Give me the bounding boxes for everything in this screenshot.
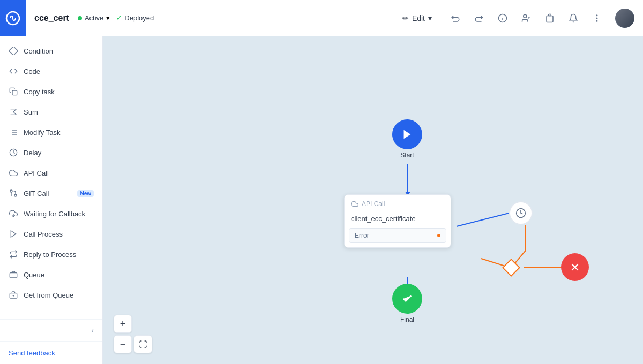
edit-label: Edit (412, 14, 425, 22)
svg-point-4 (524, 14, 527, 18)
send-feedback-link[interactable]: Send feedback (9, 349, 55, 357)
svg-rect-26 (10, 273, 17, 278)
sidebar-item-label: Copy task (24, 88, 94, 96)
add-user-button[interactable] (517, 9, 536, 28)
final-label: Final (400, 316, 414, 323)
canvas[interactable]: Start API Call client_ecc_certificate Er… (103, 36, 643, 364)
delay-icon (9, 148, 18, 157)
sidebar-item-api-call[interactable]: API Call (0, 163, 102, 183)
sidebar-item-reply-process[interactable]: Reply to Process (0, 244, 102, 264)
api-call-type: API Call (362, 200, 385, 208)
info-button[interactable] (493, 9, 512, 28)
main-layout: Condition Code Copy task Sum (0, 36, 643, 364)
logo (0, 0, 26, 36)
svg-point-21 (14, 194, 17, 196)
new-badge: New (77, 190, 94, 197)
sidebar-item-sum[interactable]: Sum (0, 102, 102, 122)
start-node[interactable]: Start (392, 119, 422, 159)
sidebar-item-label: Call Process (24, 230, 94, 238)
code-icon (9, 66, 18, 76)
edit-icon: ✏ (402, 14, 409, 22)
sidebar-item-label: API Call (24, 169, 94, 177)
api-call-title: client_ecc_certificate (345, 211, 451, 226)
sidebar-item-label: Reply to Process (24, 251, 94, 259)
sidebar-item-get-queue[interactable]: Get from Queue (0, 285, 102, 305)
sidebar-item-label: Modify Task (24, 128, 94, 136)
status-badges: Active ▾ ✓ Deployed (78, 14, 154, 22)
sidebar-item-label: Get from Queue (24, 291, 94, 299)
start-label: Start (400, 151, 414, 159)
avatar[interactable] (615, 9, 634, 28)
sidebar-collapse: ‹ (0, 319, 102, 341)
final-node[interactable]: Final (392, 284, 422, 323)
api-call-icon (9, 168, 18, 178)
zoom-controls: + − (114, 315, 152, 353)
more-button[interactable] (587, 9, 607, 28)
error-circle-node[interactable] (561, 253, 589, 281)
redo-button[interactable] (469, 9, 489, 28)
sidebar-item-git-call[interactable]: GIT Call New (0, 183, 102, 203)
get-queue-icon (9, 290, 18, 300)
svg-rect-13 (12, 90, 17, 95)
sidebar-item-modify-task[interactable]: Modify Task (0, 122, 102, 142)
sidebar-item-waiting-callback[interactable]: Waiting for Callback (0, 203, 102, 224)
condition-icon (9, 46, 18, 56)
active-dot (78, 16, 82, 20)
svg-point-22 (10, 190, 12, 192)
edit-button[interactable]: ✏ Edit ▾ (397, 11, 437, 26)
diamond-node[interactable] (502, 259, 520, 277)
sidebar-item-label: Delay (24, 149, 94, 157)
git-call-icon (9, 188, 18, 198)
zoom-in-button[interactable]: + (114, 315, 132, 333)
call-process-icon (9, 229, 18, 239)
sidebar-item-condition[interactable]: Condition (0, 41, 102, 61)
deployed-label: Deployed (124, 14, 154, 22)
sidebar: Condition Code Copy task Sum (0, 36, 103, 364)
sidebar-footer: Send feedback (0, 341, 102, 364)
svg-line-33 (457, 213, 509, 226)
svg-marker-38 (404, 130, 411, 139)
sidebar-item-queue[interactable]: Queue (0, 264, 102, 285)
deployed-badge: ✓ Deployed (116, 14, 154, 22)
reply-process-icon (9, 249, 18, 259)
copy-icon (9, 87, 18, 96)
api-call-node[interactable]: API Call client_ecc_certificate Error (344, 194, 451, 248)
queue-icon (9, 270, 18, 279)
sidebar-item-delay[interactable]: Delay (0, 142, 102, 163)
waiting-callback-icon (9, 209, 18, 218)
start-circle[interactable] (392, 119, 422, 149)
svg-point-11 (596, 20, 597, 21)
svg-point-9 (596, 15, 597, 16)
final-circle[interactable] (392, 284, 422, 314)
deployed-check: ✓ (116, 14, 122, 22)
api-call-header: API Call (345, 195, 451, 211)
zoom-row: − (114, 335, 152, 353)
sidebar-item-call-process[interactable]: Call Process (0, 224, 102, 244)
zoom-fit-button[interactable] (134, 335, 152, 353)
sidebar-item-label: Sum (24, 108, 94, 116)
active-label: Active (85, 14, 103, 22)
collapse-button[interactable]: ‹ (87, 324, 98, 337)
error-dot (437, 234, 440, 237)
app-title: cce_cert (34, 13, 69, 23)
header: cce_cert Active ▾ ✓ Deployed ✏ Edit ▾ (0, 0, 643, 36)
active-badge[interactable]: Active ▾ (78, 14, 110, 22)
sidebar-item-label: Queue (24, 271, 94, 279)
sidebar-item-label: Condition (24, 47, 94, 55)
error-label: Error (355, 232, 369, 239)
clock-node[interactable] (509, 201, 533, 225)
svg-marker-25 (11, 231, 16, 237)
undo-button[interactable] (446, 9, 465, 28)
svg-rect-12 (9, 47, 18, 55)
clipboard-button[interactable] (540, 9, 559, 28)
sidebar-items: Condition Code Copy task Sum (0, 36, 102, 319)
header-actions (446, 9, 634, 28)
avatar-image (615, 9, 634, 28)
svg-rect-8 (547, 16, 553, 22)
sidebar-item-copy-task[interactable]: Copy task (0, 81, 102, 102)
sum-icon (9, 107, 18, 117)
zoom-out-button[interactable]: − (114, 335, 132, 353)
sidebar-item-code[interactable]: Code (0, 61, 102, 81)
edit-chevron: ▾ (428, 14, 432, 22)
bell-button[interactable] (564, 9, 583, 28)
